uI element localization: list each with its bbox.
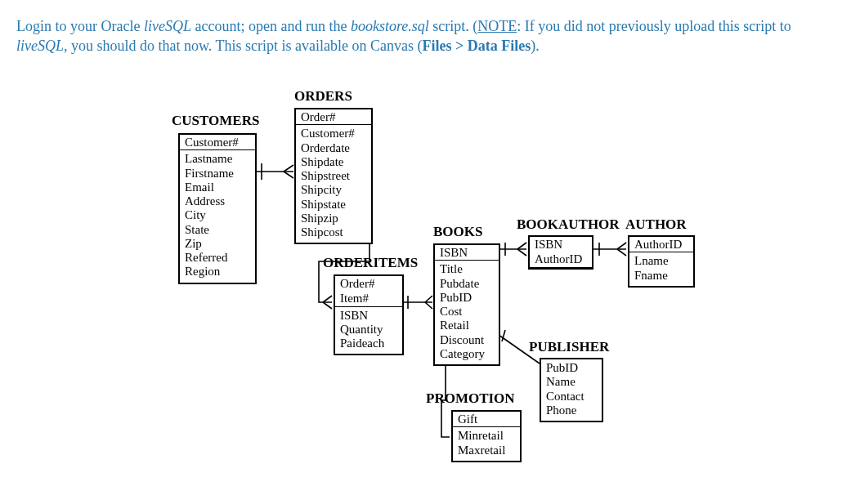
orders-pk: Order#: [296, 109, 371, 125]
svg-line-12: [517, 249, 526, 256]
instruction-text: Login to your Oracle liveSQL account; op…: [16, 16, 835, 56]
svg-line-4: [323, 296, 332, 302]
customers-table: Customer# Lastname Firstname Email Addre…: [178, 133, 257, 284]
orderitems-table: Order# Item# ISBN Quantity Paideach: [334, 274, 404, 355]
author-table: AuthorID Lname Fname: [628, 235, 695, 288]
svg-line-17: [617, 249, 626, 256]
bookauthor-title: BOOKAUTHOR: [517, 216, 620, 233]
bookauthor-pk1: ISBN: [530, 237, 592, 252]
orders-title: ORDERS: [294, 88, 352, 105]
svg-line-7: [425, 296, 432, 302]
customers-pk: Customer#: [180, 135, 255, 150]
publisher-table: PubID Name Contact Phone: [540, 358, 603, 422]
svg-line-11: [517, 243, 526, 249]
orderitems-pk2: Item#: [335, 291, 402, 306]
svg-line-5: [323, 302, 332, 309]
svg-line-3: [284, 172, 293, 178]
promotion-pk: Gift: [453, 412, 520, 427]
promotion-table: Gift Minretail Maxretail: [451, 410, 522, 462]
publisher-title: PUBLISHER: [529, 339, 609, 355]
books-pk: ISBN: [435, 245, 499, 261]
bookauthor-table: ISBN AuthorID: [528, 235, 593, 270]
books-table: ISBN Title Pubdate PubID Cost Retail Dis…: [433, 243, 500, 366]
erd-connectors: [0, 0, 851, 504]
bookauthor-pk2: AuthorID: [530, 252, 592, 267]
svg-line-2: [284, 165, 293, 172]
author-title: AUTHOR: [625, 216, 687, 233]
books-title: BOOKS: [433, 224, 482, 240]
orderitems-pk1: Order#: [335, 276, 402, 291]
svg-line-16: [617, 243, 626, 249]
author-pk: AuthorID: [629, 237, 693, 252]
orderitems-title: ORDERITEMS: [323, 255, 418, 271]
orders-table: Order# Customer# Orderdate Shipdate Ship…: [294, 108, 373, 244]
svg-line-8: [425, 302, 432, 309]
customers-title: CUSTOMERS: [172, 113, 259, 129]
svg-line-19: [502, 330, 505, 341]
promotion-title: PROMOTION: [426, 390, 515, 407]
